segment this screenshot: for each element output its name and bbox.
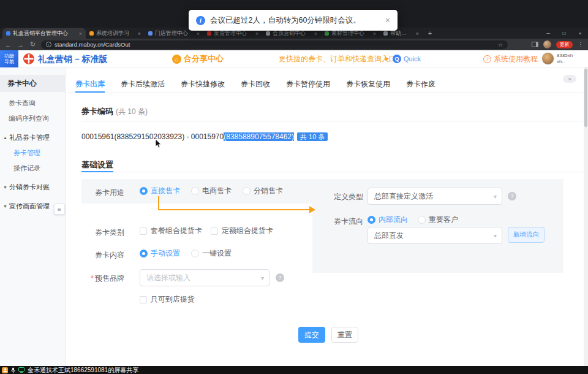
radio-internal-flow[interactable]: 内部流向 [368, 215, 408, 225]
tab-card-recycle[interactable]: 券卡回收 [241, 77, 270, 93]
sidebar-collapse-button[interactable]: ≡ [54, 204, 65, 215]
radio-one-click-setup[interactable]: 一键设置 [191, 248, 232, 259]
reset-button[interactable]: 重置 [331, 327, 358, 343]
window-maximize-icon[interactable]: □ [556, 28, 572, 39]
sidebar-group-label: 礼品券卡管理 [9, 133, 50, 142]
meeting-toast: i 会议已超过2人，自动转为60分钟限时会议。 × [189, 10, 398, 31]
define-type-help-icon[interactable]: ? [508, 192, 516, 200]
radio-dot-icon [140, 250, 148, 258]
triangle-down-icon: ▼ [3, 185, 7, 189]
site-info-icon[interactable]: i [46, 42, 51, 47]
tab-close-icon[interactable]: × [79, 31, 82, 37]
share-center-link[interactable]: ⌂ 合分享中心 [172, 50, 224, 67]
add-flow-button[interactable]: 新增流向 [508, 227, 545, 243]
sidebar: 券卡中心 券卡查询 编码序列查询 ▲ 礼品券卡管理 券卡管理 操作记录 ▼ 分销… [0, 67, 66, 366]
browser-toolbar: ← → ↻ i standard.maboy.cn/CardsOut ☆ 更新 … [0, 39, 588, 50]
flow-select[interactable]: 总部直发 ▾ [368, 227, 502, 244]
submit-button[interactable]: 提交 [298, 327, 325, 343]
checkbox-fixed-combo-pickup-card[interactable]: 定额组合提货卡 [211, 226, 273, 236]
radio-label: 直接售卡 [151, 186, 180, 196]
chrome-update-button[interactable]: 更新 [556, 41, 573, 48]
browser-tab-active[interactable]: 礼盒营销平台管理中心 × [2, 28, 86, 39]
window-close-icon[interactable]: × [572, 28, 588, 39]
forward-icon[interactable]: → [17, 41, 24, 48]
checkbox-store-pickup-only[interactable]: 只可到店提货 [140, 294, 195, 305]
radio-dot-icon [243, 187, 251, 195]
content-label: 券卡内容 [81, 250, 124, 261]
store-only-group: 只可到店提货 [140, 294, 195, 305]
tab-card-pause[interactable]: 券卡暂停使用 [286, 77, 330, 93]
back-icon[interactable]: ← [4, 41, 12, 48]
tab-close-icon[interactable]: × [197, 31, 200, 37]
chevron-down-icon: ▾ [494, 193, 497, 200]
sidebar-item-card-query[interactable]: 券卡查询 [0, 96, 65, 111]
tab-close-icon[interactable]: × [255, 31, 258, 37]
url-text[interactable]: standard.maboy.cn/CardsOut [55, 41, 130, 48]
address-bar[interactable]: i standard.maboy.cn/CardsOut ☆ [41, 40, 508, 49]
sidebar-group-label: 宣传画面管理 [9, 202, 50, 211]
tab-card-activate[interactable]: 券卡后续激活 [121, 77, 165, 93]
tab-close-icon[interactable]: × [314, 31, 317, 37]
tab-close-icon[interactable]: × [138, 31, 141, 37]
tutorial-link[interactable]: ? 系统使用教程 [483, 50, 538, 67]
define-type-select[interactable]: 总部直接定义激活 ▾ [368, 188, 502, 205]
bookmark-star-icon[interactable]: ☆ [498, 42, 503, 48]
radio-label: 分销售卡 [254, 186, 283, 196]
scrollbar-thumb[interactable] [584, 69, 587, 127]
sidebar-title: 券卡中心 [0, 75, 65, 92]
sidebar-item-card-management[interactable]: 券卡管理 [0, 145, 65, 161]
page-body: 券卡中心 券卡查询 编码序列查询 ▲ 礼品券卡管理 券卡管理 操作记录 ▼ 分销… [0, 67, 588, 366]
tab-card-quick-edit[interactable]: 券卡快捷修改 [181, 77, 225, 93]
radio-manual-setup[interactable]: 手动设置 [140, 248, 180, 259]
sidebar-item-code-sequence-query[interactable]: 编码序列查询 [0, 111, 65, 126]
flow-value: 总部直发 [374, 231, 404, 241]
brand-select[interactable]: 请选择或输入 ▾ [140, 269, 270, 286]
screen-share-bar: 金禾通技术王斌18662591081的屏幕共享 [0, 366, 588, 374]
sidebar-item-operation-record[interactable]: 操作记录 [0, 161, 65, 176]
radio-direct-sale[interactable]: 直接售卡 [140, 186, 180, 196]
divider [81, 121, 584, 121]
panel-collapse-button[interactable]: » [563, 75, 576, 83]
radio-distribution-sale[interactable]: 分销售卡 [243, 186, 283, 196]
checkbox-combo-pickup-card[interactable]: 套餐组合提货卡 [140, 226, 202, 236]
microphone-icon[interactable] [11, 367, 15, 373]
brand-placeholder: 请选择或输入 [146, 273, 190, 283]
tab-favicon-icon [266, 31, 270, 36]
reload-icon[interactable]: ↻ [29, 40, 37, 48]
function-nav-button[interactable]: 功能 导航 [0, 50, 18, 67]
new-tab-button[interactable]: + [425, 28, 435, 38]
browser-tab[interactable]: 系统培训学习 × [86, 28, 145, 39]
toast-close-icon[interactable]: × [385, 15, 390, 25]
browser-menu-icon[interactable]: ⋮ [578, 41, 584, 48]
brand-help-icon[interactable]: ? [276, 273, 284, 282]
tab-title: 礼盒营销平台管理中心 [13, 29, 75, 37]
code-count-badge: 共 10 条 [297, 132, 328, 141]
tab-card-outbound[interactable]: 券卡出库 [75, 77, 105, 93]
page-scrollbar[interactable] [584, 67, 588, 366]
window-minimize-icon[interactable]: ─ [540, 28, 556, 39]
toolbar-right: 更新 ⋮ [532, 40, 584, 48]
sidebar-group-distribution-reconcile[interactable]: ▼ 分销券卡对账 [0, 180, 65, 195]
chevron-down-icon: ▾ [261, 275, 264, 281]
tab-favicon-icon [89, 31, 94, 36]
flow-radio-group: 内部流向 重要客户 [368, 215, 458, 225]
browser-profile-avatar[interactable] [543, 40, 551, 48]
checkbox-label: 定额组合提货卡 [222, 226, 273, 236]
radio-important-customer[interactable]: 重要客户 [418, 215, 458, 225]
tab-card-resume[interactable]: 券卡恢复使用 [346, 77, 390, 93]
user-avatar[interactable] [541, 52, 554, 65]
quick-q-icon[interactable]: Q [393, 55, 401, 63]
triangle-up-icon: ▲ [3, 135, 7, 140]
tab-close-icon[interactable]: × [416, 31, 419, 37]
radio-ecommerce-sale[interactable]: 电商售卡 [191, 186, 232, 196]
house-icon: ⌂ [172, 55, 181, 64]
tab-card-void[interactable]: 券卡作废 [406, 77, 435, 93]
tab-close-icon[interactable]: × [373, 31, 376, 37]
sidebar-group-gift-card-management[interactable]: ▲ 礼品券卡管理 [0, 130, 65, 145]
code-section-title: 券卡编码(共 10 条) [81, 106, 148, 117]
quick-link[interactable]: Quick [404, 50, 421, 67]
checkbox-label: 套餐组合提货卡 [151, 226, 202, 236]
tab-favicon-icon [325, 31, 329, 36]
side-panel-icon[interactable] [532, 42, 538, 47]
user-name-line2: xh.. [557, 59, 573, 65]
